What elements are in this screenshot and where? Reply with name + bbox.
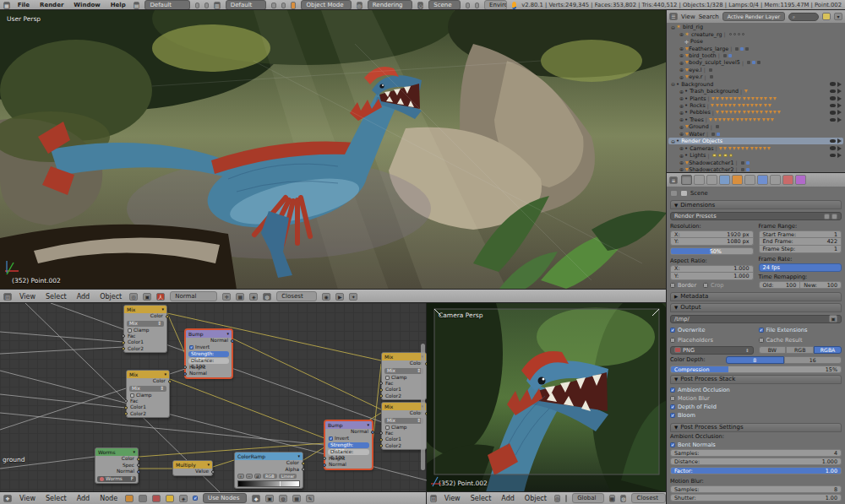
outliner-item-rocks[interactable]: ⊕•Rocks|	[668, 102, 843, 109]
expander-icon[interactable]: ⊕	[679, 60, 684, 66]
display-filter-select[interactable]: Active Render Layer	[722, 12, 785, 21]
output-socket[interactable]	[302, 468, 305, 471]
mode-icon[interactable]: ◎	[554, 495, 560, 502]
clamp-checkbox[interactable]: Clamp	[124, 328, 166, 333]
aspect-y-field[interactable]: Y:1.000	[670, 273, 754, 280]
visibility-eye-icon[interactable]	[830, 118, 836, 122]
menu-render[interactable]: Render	[37, 2, 66, 8]
blend-mode-select[interactable]: Mix⇕	[127, 321, 164, 327]
outliner-item-trees[interactable]: ⊕•Trees|	[668, 117, 843, 123]
node-header[interactable]: Mix▾	[124, 306, 166, 313]
ao-distance[interactable]: Distance:1.000	[670, 458, 842, 465]
expander-icon[interactable]: ⊕	[679, 46, 684, 51]
compression-slider[interactable]: Compression 15%	[670, 366, 842, 373]
expander-icon[interactable]: ⊕	[679, 117, 684, 122]
compositing-nodes-icon[interactable]	[139, 495, 147, 502]
ao-factor[interactable]: Factor:1.00	[670, 467, 842, 474]
menu-add[interactable]: Add	[74, 293, 93, 301]
expander-icon[interactable]: ⊖	[670, 138, 676, 144]
output-socket[interactable]	[231, 339, 234, 343]
outliner-item-eye.l[interactable]: ⊕eye.l|	[668, 67, 843, 73]
node-header[interactable]: Mix▾	[382, 403, 426, 410]
preset-remove-button[interactable]	[831, 214, 837, 219]
node-header[interactable]: Worms▾	[95, 448, 138, 456]
input-socket[interactable]	[122, 347, 125, 350]
filter-icon[interactable]: ▾	[834, 13, 842, 20]
scene-add-button[interactable]	[466, 3, 470, 8]
node-header[interactable]: Bump▾	[325, 421, 372, 429]
dimensions-panel-header[interactable]: ▼ Dimensions	[670, 200, 842, 209]
pivot-icon[interactable]: ▣	[143, 293, 151, 301]
tab-render-layers[interactable]	[694, 175, 705, 185]
visibility-eye-icon[interactable]	[830, 96, 836, 100]
tab-modifiers[interactable]	[757, 175, 768, 185]
input-socket[interactable]	[379, 431, 383, 435]
input-socket[interactable]	[122, 334, 125, 338]
output-socket[interactable]	[168, 380, 172, 383]
screen-layout-icon[interactable]: ▤	[134, 2, 140, 9]
expander-icon[interactable]: ⊕	[679, 110, 684, 116]
lock-icon[interactable]: ◈	[249, 293, 258, 301]
tab-object[interactable]	[732, 175, 743, 185]
menu-view[interactable]: View	[681, 14, 695, 20]
output-socket[interactable]	[425, 362, 427, 366]
expander-icon[interactable]: ⊖	[670, 24, 676, 30]
bump-node[interactable]: Bump▾Normal✓InvertStrength: 0.400Distanc…	[185, 329, 232, 378]
expander-icon[interactable]: ⊕	[679, 103, 684, 109]
motion-blur-checkbox[interactable]: Motion Blur	[670, 394, 842, 403]
mb-samples[interactable]: Samples:8	[670, 485, 842, 493]
mix-node[interactable]: Mix▾ColorMix⇕ClampFacColor1Color2	[381, 352, 427, 400]
ambient-occlusion-checkbox[interactable]: ✓Ambient Occlusion	[670, 386, 842, 394]
blend-mode-select[interactable]: Mix⇕	[129, 386, 166, 392]
tab-texture[interactable]	[795, 175, 806, 185]
outliner-item-creature_rg[interactable]: ⊕✶creature_rg|	[668, 30, 843, 37]
menu-node[interactable]: Node	[97, 495, 120, 502]
outliner-item-bird_tooth[interactable]: ⊕bird_tooth|	[668, 52, 843, 59]
tab-world[interactable]	[719, 175, 730, 185]
end-frame-field[interactable]: End Frame:422	[759, 238, 842, 246]
snap-magnet-icon[interactable]: ◍	[620, 495, 626, 502]
depth-of-field-checkbox[interactable]: ✓Depth of Field	[670, 403, 842, 411]
node-collapse-icon[interactable]: ▾	[297, 453, 300, 459]
output-panel-header[interactable]: ▼ Output	[670, 303, 842, 312]
expander-icon[interactable]: ⊕	[679, 124, 684, 130]
rgb-button[interactable]: RGB	[786, 346, 814, 354]
pin-icon[interactable]: ◆	[252, 495, 260, 502]
output-socket[interactable]	[371, 431, 374, 434]
input-socket[interactable]	[323, 463, 326, 467]
menu-file[interactable]: File	[15, 2, 32, 8]
node-collapse-icon[interactable]: ▾	[207, 462, 210, 468]
color-mode-select[interactable]: RGB	[263, 474, 277, 479]
bent-normals-checkbox[interactable]: ✓Bent Normals	[670, 441, 842, 449]
menu-add[interactable]: Add	[74, 495, 93, 502]
flip-button[interactable]: ⇄	[254, 474, 261, 479]
viewport-3d[interactable]: User Persp (352) Point.002	[0, 10, 667, 290]
engine-select[interactable]: Enviro	[484, 0, 507, 10]
outliner-item-background[interactable]: ⊖•Background	[668, 81, 843, 88]
expander-icon[interactable]: ⊕	[679, 89, 684, 95]
shader-nodes-icon[interactable]	[125, 495, 134, 502]
snap-target-select[interactable]: Closest	[276, 291, 317, 301]
expander-icon[interactable]: ⊕	[679, 74, 684, 80]
visibility-eye-icon[interactable]	[830, 111, 836, 115]
outliner-item-bird_rig[interactable]: ⊖✶bird_rig	[668, 24, 843, 30]
node-collapse-icon[interactable]: ▾	[164, 371, 166, 377]
fake-user-button[interactable]: F	[131, 476, 134, 482]
mb-shutter[interactable]: Shutter:1.00	[670, 494, 842, 501]
parent-node-icon[interactable]: ▣	[265, 495, 274, 502]
add-stop-button[interactable]: +	[237, 474, 244, 479]
expander-icon[interactable]: ⊕	[679, 153, 684, 159]
visibility-eye-icon[interactable]	[830, 139, 836, 144]
metadata-panel-header[interactable]: ▶ Metadata	[670, 292, 842, 301]
menu-view[interactable]: View	[442, 495, 463, 502]
file-extensions-checkbox[interactable]: ✓File Extensions	[759, 326, 842, 334]
menu-object[interactable]: Object	[97, 293, 124, 301]
selectability-cursor-icon[interactable]	[837, 153, 842, 158]
editor-type-icon[interactable]: ◫	[3, 293, 12, 301]
distance-slider[interactable]: Distance: 0.100	[188, 358, 229, 364]
output-path-field[interactable]: /tmp/ ▣	[670, 315, 842, 323]
add-layout-button[interactable]	[195, 3, 199, 8]
visibility-eye-icon[interactable]	[830, 82, 836, 86]
outliner-item-cameras[interactable]: ⊕•Cameras|	[668, 144, 843, 151]
bloom-checkbox[interactable]: ✓Bloom	[670, 411, 842, 420]
